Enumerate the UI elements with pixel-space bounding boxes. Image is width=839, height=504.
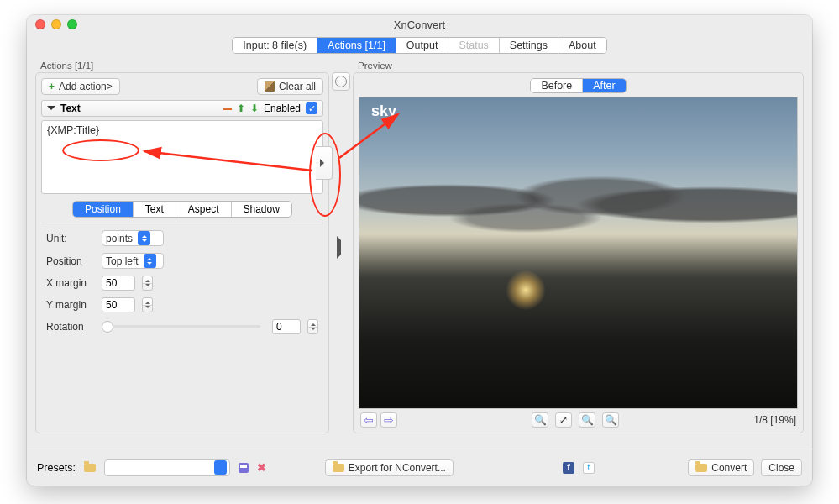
zoom-100-button[interactable]: 🔍 — [579, 412, 595, 428]
move-down-icon[interactable]: ⬇ — [250, 102, 259, 114]
disclosure-icon[interactable] — [47, 106, 55, 114]
enabled-checkbox[interactable] — [306, 102, 317, 114]
expand-button[interactable] — [337, 240, 345, 255]
action-subtabs: Position Text Aspect Shadow — [41, 201, 323, 218]
chevron-right-icon — [320, 159, 328, 167]
refresh-preview-button[interactable] — [332, 72, 350, 91]
tab-status[interactable]: Status — [448, 38, 499, 53]
close-window-icon[interactable] — [35, 19, 45, 29]
action-header[interactable]: Text ⬆ ⬇ Enabled — [41, 100, 323, 117]
preview-footer: ⇦ ⇨ 🔍 ⤢ 🔍 🔍 1/8 [19%] — [359, 409, 798, 428]
zoom-out-icon: 🔍 — [605, 414, 617, 426]
position-select[interactable]: Top left — [102, 253, 164, 269]
text-value: {XMP:Title} — [47, 124, 99, 136]
prev-image-button[interactable]: ⇦ — [360, 412, 377, 428]
convert-button[interactable]: Convert — [688, 459, 754, 476]
after-button[interactable]: After — [583, 79, 625, 92]
unit-label: Unit: — [46, 233, 95, 244]
tab-output[interactable]: Output — [396, 38, 449, 53]
overlay-text: sky — [371, 102, 396, 120]
clear-all-button[interactable]: Clear all — [257, 78, 323, 95]
zoom-window-icon[interactable] — [67, 19, 77, 29]
rotation-slider[interactable] — [102, 325, 260, 328]
zoom-out-button[interactable]: 🔍 — [602, 412, 619, 428]
position-form: Unit: points Position Top left — [41, 223, 323, 334]
preview-clouds — [359, 165, 797, 253]
actions-panel: + Add action> Clear all Text ⬆ ⬇ Enabl — [35, 72, 329, 433]
presets-label: Presets: — [37, 462, 76, 474]
subtab-text[interactable]: Text — [134, 202, 176, 217]
chevron-right-icon — [337, 236, 345, 259]
app-window: XnConvert Input: 8 file(s) Actions [1/1]… — [27, 15, 812, 486]
window-title: XnConvert — [394, 18, 445, 31]
rotation-stepper[interactable] — [307, 319, 318, 334]
close-button[interactable]: Close — [761, 459, 802, 476]
preview-counter: 1/8 [19%] — [753, 414, 796, 426]
preview-panel-label: Preview — [353, 60, 804, 72]
footer: Presets: ✖ Export for NConvert... f t Co… — [27, 449, 812, 486]
middle-column — [329, 60, 353, 437]
arrow-right-icon: ⇨ — [384, 413, 394, 427]
save-preset-icon[interactable] — [239, 463, 249, 473]
position-label: Position — [46, 255, 95, 267]
remove-action-icon[interactable] — [223, 108, 232, 110]
delete-preset-icon[interactable]: ✖ — [257, 461, 266, 474]
presets-select[interactable] — [104, 459, 230, 476]
ymargin-stepper[interactable] — [142, 297, 153, 312]
refresh-icon — [335, 76, 347, 87]
zoom-icon: 🔍 — [581, 414, 594, 426]
select-stepper-icon — [144, 254, 156, 268]
convert-label: Convert — [711, 462, 747, 474]
convert-icon — [695, 464, 707, 472]
zoom-in-button[interactable]: 🔍 — [532, 412, 548, 428]
window-controls — [35, 19, 77, 29]
fit-icon: ⤢ — [559, 414, 568, 426]
subtab-position[interactable]: Position — [73, 202, 134, 217]
clear-all-label: Clear all — [279, 81, 316, 92]
preview-content — [359, 97, 797, 408]
zoom-in-icon: 🔍 — [534, 414, 547, 426]
subtab-aspect[interactable]: Aspect — [176, 202, 232, 217]
arrow-left-icon: ⇦ — [364, 413, 374, 427]
xmargin-input[interactable] — [102, 276, 135, 291]
ymargin-label: Y margin — [46, 299, 95, 311]
insert-variable-button[interactable] — [316, 146, 333, 180]
unit-value: points — [106, 233, 133, 244]
text-input[interactable]: {XMP:Title} — [41, 120, 323, 194]
add-action-label: Add action> — [59, 81, 113, 92]
move-up-icon[interactable]: ⬆ — [237, 102, 245, 114]
tab-about[interactable]: About — [558, 38, 606, 53]
titlebar: XnConvert — [27, 15, 812, 34]
export-nconvert-button[interactable]: Export for NConvert... — [325, 459, 454, 476]
broom-icon — [265, 81, 275, 92]
close-label: Close — [768, 462, 794, 474]
subtab-shadow[interactable]: Shadow — [232, 202, 291, 217]
preview-image: sky — [359, 97, 798, 409]
facebook-icon[interactable]: f — [563, 462, 574, 474]
xmargin-stepper[interactable] — [142, 276, 153, 291]
rotation-label: Rotation — [46, 321, 95, 333]
minimize-window-icon[interactable] — [51, 19, 61, 29]
enabled-label: Enabled — [264, 102, 301, 114]
tab-input[interactable]: Input: 8 file(s) — [233, 38, 317, 53]
add-action-button[interactable]: + Add action> — [41, 78, 120, 95]
ymargin-input[interactable] — [102, 297, 135, 312]
unit-select[interactable]: points — [102, 230, 164, 246]
next-image-button[interactable]: ⇨ — [380, 412, 397, 428]
export-label: Export for NConvert... — [349, 462, 446, 474]
xmargin-label: X margin — [46, 277, 95, 289]
main-tabs: Input: 8 file(s) Actions [1/1] Output St… — [27, 34, 812, 60]
zoom-fit-button[interactable]: ⤢ — [555, 412, 572, 428]
tab-actions[interactable]: Actions [1/1] — [317, 38, 396, 53]
position-value: Top left — [106, 255, 139, 267]
action-name: Text — [60, 102, 81, 114]
export-icon — [333, 464, 344, 472]
before-button[interactable]: Before — [531, 79, 583, 92]
preview-panel: Before After sky ⇦ ⇨ 🔍 ⤢ 🔍 — [353, 72, 804, 433]
rotation-input[interactable] — [272, 319, 301, 334]
select-stepper-icon — [214, 460, 227, 475]
twitter-icon[interactable]: t — [583, 462, 595, 474]
tab-settings[interactable]: Settings — [500, 38, 558, 53]
actions-panel-label: Actions [1/1] — [35, 60, 329, 72]
folder-icon[interactable] — [84, 464, 96, 472]
